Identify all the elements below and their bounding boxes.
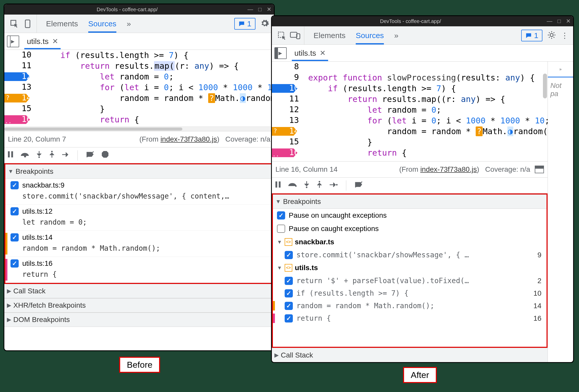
code-line[interactable]: if (results.length >= 7) {: [308, 83, 548, 94]
pause-icon[interactable]: [7, 151, 14, 160]
breakpoint-item[interactable]: utils.ts:14 random = random * Math.rando…: [5, 231, 273, 257]
line-number[interactable]: 13: [4, 82, 31, 92]
line-number[interactable]: 12: [4, 71, 31, 81]
code-line[interactable]: for (let i = 0; i < 1000 * 1000 * 10; i+…: [41, 82, 274, 93]
titlebar[interactable]: DevTools - coffee-cart.app/ — □ ✕: [4, 4, 274, 15]
code-line[interactable]: return {: [308, 147, 548, 158]
tab-elements[interactable]: Elements: [314, 31, 346, 40]
step-over-icon[interactable]: [288, 181, 297, 190]
line-number[interactable]: 10: [272, 83, 299, 93]
maximize-icon[interactable]: □: [258, 6, 262, 13]
breakpoint-row[interactable]: if (results.length >= 7) { 10: [273, 287, 547, 299]
titlebar[interactable]: DevTools - coffee-cart.app/ — □ ✕: [272, 16, 573, 26]
source-link[interactable]: index-73f73a80.js: [160, 135, 217, 143]
toggle-navigator-icon[interactable]: ▶: [7, 36, 19, 47]
checkbox-icon[interactable]: [10, 207, 19, 215]
tab-sources[interactable]: Sources: [88, 19, 116, 28]
breakpoint-group-head[interactable]: ▼<>utils.ts: [273, 261, 547, 274]
pane-head-callstack[interactable]: ▶ Call Stack: [272, 348, 548, 362]
tab-sources[interactable]: Sources: [356, 31, 384, 40]
code-line[interactable]: for (let i = 0; i < 1000 * 1000 * 10; i+…: [308, 115, 548, 126]
filetab-close-icon[interactable]: ✕: [320, 49, 326, 57]
line-number[interactable]: 13: [272, 115, 299, 125]
toggle-navigator-icon[interactable]: ▶: [274, 47, 287, 59]
code-line[interactable]: }: [41, 103, 274, 114]
line-number[interactable]: 15: [4, 103, 31, 113]
line-number[interactable]: 14: [4, 93, 31, 102]
tab-elements[interactable]: Elements: [46, 19, 78, 28]
code-line[interactable]: if (results.length >= 7) {: [41, 50, 274, 61]
device-icon[interactable]: [22, 18, 33, 29]
horizontal-scrollbar[interactable]: [4, 126, 274, 131]
checkbox-icon[interactable]: [285, 314, 293, 322]
inspect-icon[interactable]: [9, 18, 20, 29]
code-line[interactable]: let random = 0;: [308, 105, 548, 115]
breakpoint-item[interactable]: snackbar.ts:9 store.commit('snackbar/sho…: [5, 179, 273, 205]
pane-head-breakpoints[interactable]: ▼ Breakpoints: [5, 164, 273, 179]
tabs-overflow-icon[interactable]: »: [394, 31, 398, 40]
checkbox-icon[interactable]: [10, 181, 19, 189]
code-line[interactable]: }: [308, 137, 548, 147]
filetab-close-icon[interactable]: ✕: [52, 37, 58, 45]
messages-pill[interactable]: 1: [234, 18, 255, 30]
line-number[interactable]: 16: [272, 147, 299, 157]
code-line[interactable]: let random = 0;: [41, 71, 274, 82]
breakpoint-group-head[interactable]: ▼<>snackbar.ts: [273, 235, 547, 249]
checkbox-icon[interactable]: [10, 233, 19, 241]
checkbox-icon[interactable]: [277, 225, 285, 233]
code-line[interactable]: random = random * ?Math.◑random();: [41, 93, 274, 103]
checkbox-icon[interactable]: [285, 302, 293, 310]
filetab-utils[interactable]: utils.ts ✕: [292, 49, 328, 57]
checkbox-icon[interactable]: [285, 277, 293, 285]
line-number[interactable]: 14: [272, 126, 299, 136]
pane-head-breakpoints[interactable]: ▼ Breakpoints: [273, 194, 547, 209]
breakpoint-row[interactable]: return '$' + parseFloat(value).toFixed(……: [273, 274, 547, 287]
messages-pill[interactable]: 1: [521, 30, 542, 41]
checkbox-icon[interactable]: [10, 259, 19, 268]
code-line[interactable]: return results.map((r: any) => {: [308, 94, 548, 105]
checkbox-icon[interactable]: [277, 211, 285, 220]
source-link[interactable]: index-73f73a80.js: [420, 165, 477, 173]
code-editor[interactable]: 10111213141516 if (results.length >= 7) …: [4, 50, 274, 126]
vertical-scrollbar[interactable]: [543, 62, 547, 161]
checkbox-icon[interactable]: [285, 251, 293, 259]
tabs-overflow-icon[interactable]: »: [548, 62, 573, 77]
breakpoint-item[interactable]: utils.ts:16 return {: [5, 257, 273, 283]
line-number[interactable]: 10: [4, 50, 31, 60]
code-line[interactable]: return results.map((r: any) => {: [41, 61, 274, 71]
pane-head[interactable]: ▶Call Stack: [4, 284, 274, 298]
filetab-utils[interactable]: utils.ts ✕: [24, 37, 61, 46]
close-icon[interactable]: ✕: [267, 6, 271, 13]
line-number[interactable]: 11: [4, 61, 31, 70]
settings-icon[interactable]: [260, 19, 269, 29]
line-number[interactable]: 12: [272, 105, 299, 114]
step-icon[interactable]: [329, 181, 338, 190]
line-number[interactable]: 11: [272, 94, 299, 103]
pane-head[interactable]: ▶XHR/fetch Breakpoints: [4, 298, 274, 313]
minimize-icon[interactable]: —: [547, 18, 552, 25]
line-number[interactable]: 16: [4, 114, 31, 124]
deactivate-breakpoints-icon[interactable]: [86, 151, 95, 160]
code-line[interactable]: return {: [41, 114, 274, 125]
device-icon[interactable]: [290, 30, 300, 41]
code-line[interactable]: random = random * ?Math.◑random();: [308, 126, 548, 137]
step-out-icon[interactable]: [316, 181, 322, 190]
breakpoint-row[interactable]: random = random * Math.random(); 14: [273, 299, 547, 312]
breakpoint-row[interactable]: return { 16: [273, 312, 547, 325]
step-into-icon[interactable]: [304, 181, 310, 190]
breakpoint-item[interactable]: utils.ts:12 let random = 0;: [5, 205, 273, 231]
deactivate-breakpoints-icon[interactable]: [354, 181, 363, 190]
line-number[interactable]: 15: [272, 137, 299, 146]
more-icon[interactable]: ⋮: [561, 31, 569, 40]
close-icon[interactable]: ✕: [566, 18, 571, 25]
pause-icon[interactable]: [274, 181, 282, 190]
pause-caught-row[interactable]: Pause on caught exceptions: [273, 222, 547, 235]
inspect-icon[interactable]: [276, 30, 287, 41]
code-line[interactable]: export function slowProcessing(results: …: [308, 72, 548, 83]
line-number[interactable]: 8: [272, 62, 299, 71]
code-line[interactable]: [308, 62, 548, 72]
breakpoint-row[interactable]: store.commit('snackbar/showMessage', { ……: [273, 249, 547, 261]
pause-uncaught-row[interactable]: Pause on uncaught exceptions: [273, 209, 547, 222]
line-number[interactable]: 9: [272, 72, 299, 82]
minimize-icon[interactable]: —: [248, 6, 253, 13]
